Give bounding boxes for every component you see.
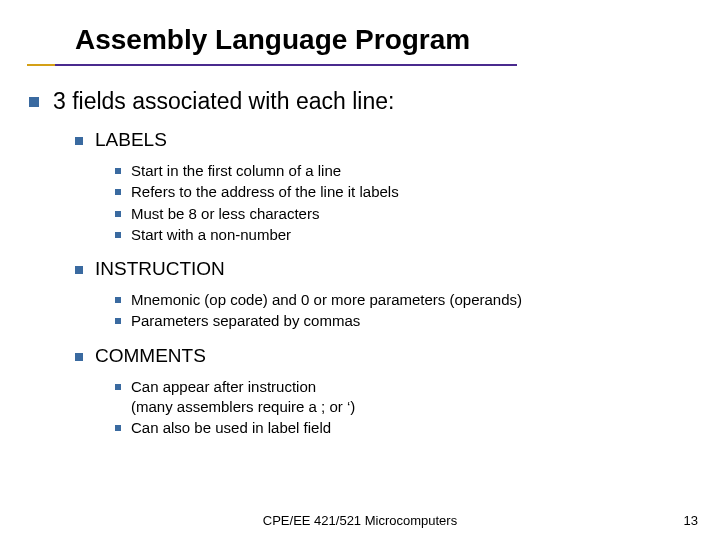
list-item: Start with a non-number <box>115 225 691 245</box>
heading-row: 3 fields associated with each line: <box>29 88 691 115</box>
section-label: INSTRUCTION <box>95 258 225 280</box>
list-item: Must be 8 or less characters <box>115 204 691 224</box>
item-text: Must be 8 or less characters <box>131 204 319 224</box>
title-underline-accent <box>27 64 55 66</box>
section-heading: LABELS <box>75 129 691 151</box>
section-items: Start in the first column of a line Refe… <box>115 161 691 245</box>
list-item: Start in the first column of a line <box>115 161 691 181</box>
content-area: 3 fields associated with each line: LABE… <box>29 88 691 439</box>
square-bullet-icon <box>115 168 121 174</box>
item-text: Start with a non-number <box>131 225 291 245</box>
section-items: Mnemonic (op code) and 0 or more paramet… <box>115 290 691 332</box>
section-heading: INSTRUCTION <box>75 258 691 280</box>
slide-title: Assembly Language Program <box>75 24 470 56</box>
list-item: Refers to the address of the line it lab… <box>115 182 691 202</box>
section-label: COMMENTS <box>95 345 206 367</box>
square-bullet-icon <box>115 232 121 238</box>
slide: Assembly Language Program 3 fields assoc… <box>0 0 720 540</box>
list-item: Can appear after instruction (many assem… <box>115 377 691 418</box>
item-text: Start in the first column of a line <box>131 161 341 181</box>
section-items: Can appear after instruction (many assem… <box>115 377 691 439</box>
heading-text: 3 fields associated with each line: <box>53 88 394 115</box>
square-bullet-icon <box>115 318 121 324</box>
square-bullet-icon <box>115 425 121 431</box>
sections-container: LABELS Start in the first column of a li… <box>75 129 691 438</box>
list-item: Parameters separated by commas <box>115 311 691 331</box>
list-item: Can also be used in label field <box>115 418 691 438</box>
item-text: Parameters separated by commas <box>131 311 360 331</box>
footer-text: CPE/EE 421/521 Microcomputers <box>0 513 720 528</box>
square-bullet-icon <box>115 189 121 195</box>
list-item: Mnemonic (op code) and 0 or more paramet… <box>115 290 691 310</box>
title-underline <box>27 64 517 66</box>
item-text: Refers to the address of the line it lab… <box>131 182 399 202</box>
item-text: Mnemonic (op code) and 0 or more paramet… <box>131 290 522 310</box>
section-label: LABELS <box>95 129 167 151</box>
page-number: 13 <box>684 513 698 528</box>
square-bullet-icon <box>115 211 121 217</box>
square-bullet-icon <box>115 384 121 390</box>
square-bullet-icon <box>115 297 121 303</box>
square-bullet-icon <box>75 353 83 361</box>
square-bullet-icon <box>29 97 39 107</box>
item-text: Can appear after instruction (many assem… <box>131 377 355 418</box>
square-bullet-icon <box>75 266 83 274</box>
section-heading: COMMENTS <box>75 345 691 367</box>
square-bullet-icon <box>75 137 83 145</box>
item-text: Can also be used in label field <box>131 418 331 438</box>
